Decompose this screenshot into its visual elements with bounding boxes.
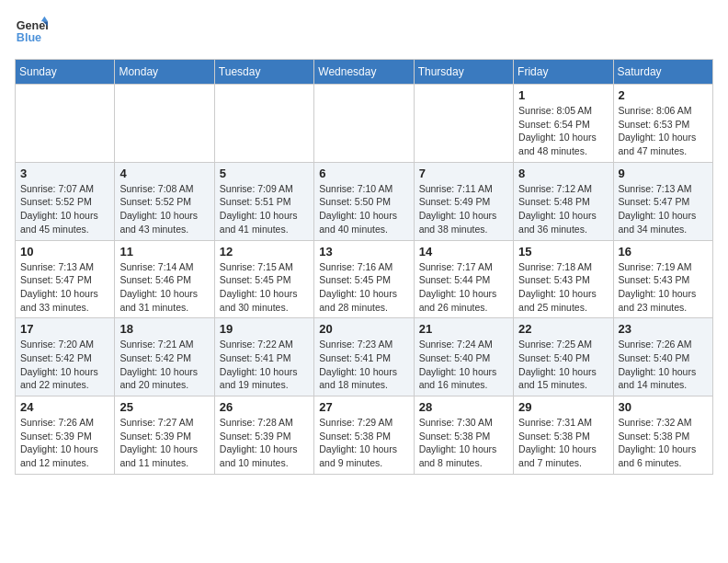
day-number: 19 bbox=[220, 322, 309, 336]
day-info: Sunrise: 7:26 AMSunset: 5:40 PMDaylight:… bbox=[619, 338, 708, 392]
svg-text:Blue: Blue bbox=[17, 31, 41, 44]
day-info: Sunrise: 7:23 AMSunset: 5:41 PMDaylight:… bbox=[319, 338, 408, 392]
day-number: 27 bbox=[319, 400, 408, 414]
calendar-cell bbox=[314, 85, 414, 163]
day-number: 30 bbox=[619, 400, 708, 414]
day-number: 7 bbox=[419, 167, 508, 180]
calendar-cell: 25Sunrise: 7:27 AMSunset: 5:39 PMDayligh… bbox=[115, 396, 214, 475]
weekday-header-sunday: Sunday bbox=[16, 60, 115, 85]
day-number: 18 bbox=[119, 322, 209, 336]
day-number: 15 bbox=[518, 245, 608, 259]
day-info: Sunrise: 8:05 AMSunset: 6:54 PMDaylight:… bbox=[518, 104, 608, 158]
day-info: Sunrise: 7:11 AMSunset: 5:49 PMDaylight:… bbox=[419, 182, 508, 236]
calendar-cell: 27Sunrise: 7:29 AMSunset: 5:38 PMDayligh… bbox=[314, 396, 414, 475]
day-number: 28 bbox=[419, 400, 508, 414]
weekday-header-thursday: Thursday bbox=[414, 60, 513, 85]
day-info: Sunrise: 7:32 AMSunset: 5:38 PMDaylight:… bbox=[619, 416, 708, 470]
day-info: Sunrise: 7:18 AMSunset: 5:43 PMDaylight:… bbox=[518, 260, 608, 315]
calendar-cell bbox=[414, 85, 513, 163]
week-row-2: 3Sunrise: 7:07 AMSunset: 5:52 PMDaylight… bbox=[16, 162, 713, 240]
calendar-cell: 30Sunrise: 7:32 AMSunset: 5:38 PMDayligh… bbox=[613, 396, 712, 475]
day-info: Sunrise: 7:13 AMSunset: 5:47 PMDaylight:… bbox=[619, 182, 708, 236]
day-info: Sunrise: 7:28 AMSunset: 5:39 PMDaylight:… bbox=[220, 416, 309, 470]
day-number: 9 bbox=[619, 167, 708, 180]
day-number: 26 bbox=[220, 400, 309, 414]
calendar-cell: 3Sunrise: 7:07 AMSunset: 5:52 PMDaylight… bbox=[16, 162, 115, 240]
calendar-cell bbox=[115, 85, 214, 163]
day-number: 6 bbox=[319, 167, 408, 180]
day-number: 17 bbox=[20, 322, 109, 336]
day-info: Sunrise: 7:10 AMSunset: 5:50 PMDaylight:… bbox=[319, 182, 408, 236]
day-info: Sunrise: 8:06 AMSunset: 6:53 PMDaylight:… bbox=[619, 104, 708, 158]
day-number: 16 bbox=[619, 245, 708, 259]
day-info: Sunrise: 7:20 AMSunset: 5:42 PMDaylight:… bbox=[20, 338, 109, 392]
weekday-header-saturday: Saturday bbox=[613, 60, 712, 85]
day-number: 22 bbox=[518, 322, 608, 336]
calendar-cell: 22Sunrise: 7:25 AMSunset: 5:40 PMDayligh… bbox=[514, 318, 613, 396]
day-info: Sunrise: 7:14 AMSunset: 5:46 PMDaylight:… bbox=[119, 260, 209, 315]
day-number: 21 bbox=[419, 322, 508, 336]
day-info: Sunrise: 7:07 AMSunset: 5:52 PMDaylight:… bbox=[20, 182, 109, 236]
day-info: Sunrise: 7:08 AMSunset: 5:52 PMDaylight:… bbox=[119, 182, 209, 236]
day-info: Sunrise: 7:30 AMSunset: 5:38 PMDaylight:… bbox=[419, 416, 508, 470]
day-info: Sunrise: 7:27 AMSunset: 5:39 PMDaylight:… bbox=[119, 416, 209, 470]
day-number: 14 bbox=[419, 245, 508, 259]
day-info: Sunrise: 7:09 AMSunset: 5:51 PMDaylight:… bbox=[220, 182, 309, 236]
calendar-cell: 20Sunrise: 7:23 AMSunset: 5:41 PMDayligh… bbox=[314, 318, 414, 396]
weekday-header-wednesday: Wednesday bbox=[314, 60, 414, 85]
day-number: 4 bbox=[119, 167, 209, 180]
day-number: 10 bbox=[20, 245, 109, 259]
day-info: Sunrise: 7:13 AMSunset: 5:47 PMDaylight:… bbox=[20, 260, 109, 315]
week-row-1: 1Sunrise: 8:05 AMSunset: 6:54 PMDaylight… bbox=[16, 85, 713, 163]
weekday-header-friday: Friday bbox=[514, 60, 613, 85]
day-info: Sunrise: 7:16 AMSunset: 5:45 PMDaylight:… bbox=[319, 260, 408, 315]
day-info: Sunrise: 7:24 AMSunset: 5:40 PMDaylight:… bbox=[419, 338, 508, 392]
header: General Blue bbox=[15, 15, 713, 48]
calendar-cell: 4Sunrise: 7:08 AMSunset: 5:52 PMDaylight… bbox=[115, 162, 214, 240]
calendar-cell: 12Sunrise: 7:15 AMSunset: 5:45 PMDayligh… bbox=[214, 240, 313, 318]
day-info: Sunrise: 7:17 AMSunset: 5:44 PMDaylight:… bbox=[419, 260, 508, 315]
calendar-cell: 23Sunrise: 7:26 AMSunset: 5:40 PMDayligh… bbox=[613, 318, 712, 396]
day-number: 25 bbox=[119, 400, 209, 414]
calendar-cell bbox=[16, 85, 115, 163]
day-number: 23 bbox=[619, 322, 708, 336]
week-row-3: 10Sunrise: 7:13 AMSunset: 5:47 PMDayligh… bbox=[16, 240, 713, 318]
week-row-5: 24Sunrise: 7:26 AMSunset: 5:39 PMDayligh… bbox=[16, 396, 713, 475]
day-info: Sunrise: 7:19 AMSunset: 5:43 PMDaylight:… bbox=[619, 260, 708, 315]
day-number: 11 bbox=[119, 245, 209, 259]
day-number: 29 bbox=[518, 400, 608, 414]
calendar-cell: 11Sunrise: 7:14 AMSunset: 5:46 PMDayligh… bbox=[115, 240, 214, 318]
calendar-cell: 7Sunrise: 7:11 AMSunset: 5:49 PMDaylight… bbox=[414, 162, 513, 240]
day-number: 24 bbox=[20, 400, 109, 414]
calendar-cell: 14Sunrise: 7:17 AMSunset: 5:44 PMDayligh… bbox=[414, 240, 513, 318]
day-number: 3 bbox=[20, 167, 109, 180]
day-info: Sunrise: 7:25 AMSunset: 5:40 PMDaylight:… bbox=[518, 338, 608, 392]
weekday-header-monday: Monday bbox=[115, 60, 214, 85]
week-row-4: 17Sunrise: 7:20 AMSunset: 5:42 PMDayligh… bbox=[16, 318, 713, 396]
day-info: Sunrise: 7:22 AMSunset: 5:41 PMDaylight:… bbox=[220, 338, 309, 392]
calendar-cell: 10Sunrise: 7:13 AMSunset: 5:47 PMDayligh… bbox=[16, 240, 115, 318]
calendar-cell: 5Sunrise: 7:09 AMSunset: 5:51 PMDaylight… bbox=[214, 162, 313, 240]
weekday-header-tuesday: Tuesday bbox=[214, 60, 313, 85]
calendar-cell: 17Sunrise: 7:20 AMSunset: 5:42 PMDayligh… bbox=[16, 318, 115, 396]
calendar-cell: 28Sunrise: 7:30 AMSunset: 5:38 PMDayligh… bbox=[414, 396, 513, 475]
calendar-cell: 15Sunrise: 7:18 AMSunset: 5:43 PMDayligh… bbox=[514, 240, 613, 318]
logo-icon: General Blue bbox=[15, 15, 48, 48]
day-number: 5 bbox=[220, 167, 309, 180]
day-info: Sunrise: 7:21 AMSunset: 5:42 PMDaylight:… bbox=[119, 338, 209, 392]
calendar-cell: 19Sunrise: 7:22 AMSunset: 5:41 PMDayligh… bbox=[214, 318, 313, 396]
calendar-cell: 16Sunrise: 7:19 AMSunset: 5:43 PMDayligh… bbox=[613, 240, 712, 318]
day-number: 1 bbox=[518, 88, 608, 102]
day-number: 20 bbox=[319, 322, 408, 336]
calendar-cell: 9Sunrise: 7:13 AMSunset: 5:47 PMDaylight… bbox=[613, 162, 712, 240]
calendar-cell: 29Sunrise: 7:31 AMSunset: 5:38 PMDayligh… bbox=[514, 396, 613, 475]
day-info: Sunrise: 7:26 AMSunset: 5:39 PMDaylight:… bbox=[20, 416, 109, 470]
calendar-cell: 18Sunrise: 7:21 AMSunset: 5:42 PMDayligh… bbox=[115, 318, 214, 396]
day-number: 8 bbox=[518, 167, 608, 180]
calendar-cell bbox=[214, 85, 313, 163]
calendar-cell: 6Sunrise: 7:10 AMSunset: 5:50 PMDaylight… bbox=[314, 162, 414, 240]
day-info: Sunrise: 7:31 AMSunset: 5:38 PMDaylight:… bbox=[518, 416, 608, 470]
day-number: 13 bbox=[319, 245, 408, 259]
calendar-cell: 1Sunrise: 8:05 AMSunset: 6:54 PMDaylight… bbox=[514, 85, 613, 163]
calendar-cell: 2Sunrise: 8:06 AMSunset: 6:53 PMDaylight… bbox=[613, 85, 712, 163]
